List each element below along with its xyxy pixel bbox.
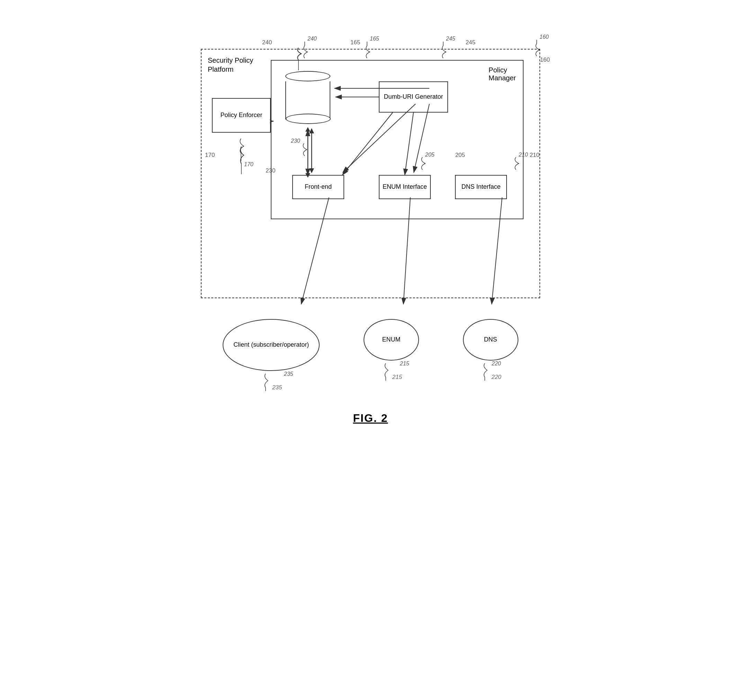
svg-marker-8: [306, 127, 310, 132]
front-end-label: Front-end: [305, 183, 332, 191]
policy-enforcer-label: Policy Enforcer: [220, 112, 262, 119]
ref-220: 220: [491, 374, 501, 381]
dns-interface-box: DNS Interface: [455, 175, 507, 199]
ref-165: 165: [350, 39, 360, 46]
enum-zigzag: [381, 363, 391, 381]
dns-interface-label: DNS Interface: [461, 183, 500, 191]
enum-interface-box: ENUM Interface: [379, 175, 431, 199]
cylinder-body: [285, 81, 330, 119]
policy-manager-box: PolicyManager PolicyDatabase Dumb-URI Ge…: [271, 60, 523, 219]
ref-245: 245: [466, 39, 475, 46]
dns-zigzag: [479, 363, 490, 381]
client-ellipse: Client (subscriber/operator): [223, 319, 320, 371]
svg-line-10: [343, 113, 393, 175]
ref-240: 240: [262, 39, 272, 46]
policy-manager-label: PolicyManager: [488, 66, 516, 82]
security-policy-platform-box: 160 240 165 245 230 205 210 170 Security…: [201, 49, 540, 298]
policy-database-cylinder: PolicyDatabase: [285, 71, 330, 126]
ellipses-row: Client (subscriber/operator) 235 ENUM: [201, 319, 540, 391]
client-ellipse-item: Client (subscriber/operator) 235: [223, 319, 320, 391]
ref-210: 210: [530, 152, 540, 159]
ref-160: 160: [540, 56, 550, 63]
ref-170: 170: [205, 152, 215, 159]
enum-interface-label: ENUM Interface: [382, 183, 427, 191]
cylinder-top: [285, 71, 330, 81]
security-policy-platform-label: Security PolicyPlatform: [208, 56, 253, 74]
ref-215: 215: [392, 374, 402, 381]
dns-ellipse: DNS: [463, 319, 518, 360]
dumb-uri-generator-label: Dumb-URI Generator: [384, 93, 443, 100]
dumb-uri-generator-box: Dumb-URI Generator: [379, 81, 448, 113]
client-zigzag: [260, 374, 271, 391]
client-label: Client (subscriber/operator): [233, 340, 309, 349]
front-end-box: Front-end: [292, 175, 344, 199]
figure-label: FIG. 2: [353, 412, 388, 425]
cylinder-bottom: [286, 113, 331, 124]
svg-line-11: [405, 113, 413, 175]
ref-235: 235: [272, 384, 282, 391]
enum-label: ENUM: [382, 336, 400, 343]
enum-ellipse-item: ENUM 215: [363, 319, 419, 391]
dns-ellipse-item: DNS 220: [463, 319, 518, 391]
page-container: 160 240 165 245 230 205 210 170 Security…: [180, 21, 561, 679]
policy-enforcer-box: Policy Enforcer: [212, 98, 271, 133]
enum-ellipse: ENUM: [363, 319, 419, 360]
dns-label: DNS: [484, 336, 497, 343]
